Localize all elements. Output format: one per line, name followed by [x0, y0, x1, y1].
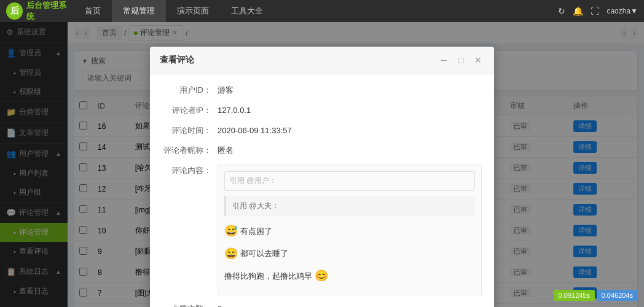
modal-anon-label: 评论者昵称： [162, 144, 218, 157]
comment-line-1: 😅 有点困了 [224, 221, 475, 241]
modal-header-buttons: ─ □ ✕ [438, 54, 484, 66]
perf-badge-1: 0.091245s [554, 290, 595, 301]
fullscreen-icon[interactable]: ⛶ [591, 6, 599, 16]
modal-close-btn[interactable]: ✕ [472, 54, 484, 66]
modal-anon-row: 评论者昵称： 匿名 [162, 144, 482, 157]
top-nav: 后 后台管理系统 首页 常规管理 演示页面 工具大全 ↻ 🔔 ⛶ caozha▼ [0, 0, 644, 22]
modal-likes-value: 0 [218, 303, 482, 307]
comment-line-2: 😄 都可以去睡了 [224, 244, 475, 263]
nav-home[interactable]: 首页 [74, 0, 112, 22]
comment-main-line: 撸得比狗跑，起撸比鸡早 😊 [224, 266, 475, 286]
modal-overlay: 查看评论 ─ □ ✕ 用户ID： 游客 评论者IP： 127.0.0.1 评论时… [0, 22, 644, 307]
username[interactable]: caozha▼ [607, 7, 638, 15]
modal-user-id-row: 用户ID： 游客 [162, 84, 482, 97]
modal-time-value: 2020-06-09 11:33:57 [218, 125, 482, 138]
top-nav-items: 首页 常规管理 演示页面 工具大全 [74, 0, 558, 22]
comment-modal: 查看评论 ─ □ ✕ 用户ID： 游客 评论者IP： 127.0.0.1 评论时… [150, 47, 494, 307]
modal-user-id-value: 游客 [218, 84, 482, 97]
modal-title: 查看评论 [160, 55, 438, 66]
modal-body: 用户ID： 游客 评论者IP： 127.0.0.1 评论时间： 2020-06-… [150, 74, 494, 307]
main-text: 撸得比狗跑，起撸比鸡早 [224, 269, 312, 283]
emoji3: 😊 [315, 266, 328, 286]
modal-content-value: 引用 @用户： 引用 @大夫： 😅 有点困了 😄 都可以去睡了 [218, 165, 482, 295]
modal-ip-label: 评论者IP： [162, 104, 218, 117]
modal-time-row: 评论时间： 2020-06-09 11:33:57 [162, 125, 482, 138]
nav-tools[interactable]: 工具大全 [220, 0, 274, 22]
emoji1: 😅 [224, 221, 238, 241]
modal-ip-value: 127.0.0.1 [218, 104, 482, 117]
app-logo: 后 后台管理系统 [6, 0, 74, 22]
quote-label: 引用 @大夫： [232, 201, 279, 210]
modal-anon-value: 匿名 [218, 144, 482, 157]
modal-maximize-btn[interactable]: □ [455, 54, 467, 66]
nav-demo[interactable]: 演示页面 [166, 0, 220, 22]
perf-badge-2: 0.046204s [597, 290, 638, 301]
comment-box: 引用 @用户： 引用 @大夫： 😅 有点困了 😄 都可以去睡了 [218, 165, 482, 295]
refresh-icon[interactable]: ↻ [558, 6, 565, 16]
logo-icon: 后 [6, 2, 23, 20]
emoji2: 😄 [224, 244, 238, 263]
modal-ip-row: 评论者IP： 127.0.0.1 [162, 104, 482, 117]
modal-likes-label: 点赞次数： [162, 303, 218, 307]
modal-content-row: 评论内容： 引用 @用户： 引用 @大夫： 😅 有点困了 😄 [162, 165, 482, 295]
modal-user-id-label: 用户ID： [162, 84, 218, 97]
nav-management[interactable]: 常规管理 [112, 0, 166, 22]
modal-minimize-btn[interactable]: ─ [438, 54, 450, 66]
modal-likes-row: 点赞次数： 0 [162, 303, 482, 307]
top-right: ↻ 🔔 ⛶ caozha▼ [558, 6, 638, 16]
comment-quote: 引用 @大夫： [224, 196, 475, 217]
emoji1-text: 有点困了 [240, 224, 272, 238]
modal-content-label: 评论内容： [162, 165, 218, 177]
bell-icon[interactable]: 🔔 [573, 6, 583, 16]
modal-header: 查看评论 ─ □ ✕ [150, 47, 494, 74]
modal-time-label: 评论时间： [162, 125, 218, 138]
emoji2-text: 都可以去睡了 [240, 246, 288, 260]
comment-input-hint[interactable]: 引用 @用户： [224, 171, 475, 191]
app-title: 后台管理系统 [26, 0, 74, 22]
